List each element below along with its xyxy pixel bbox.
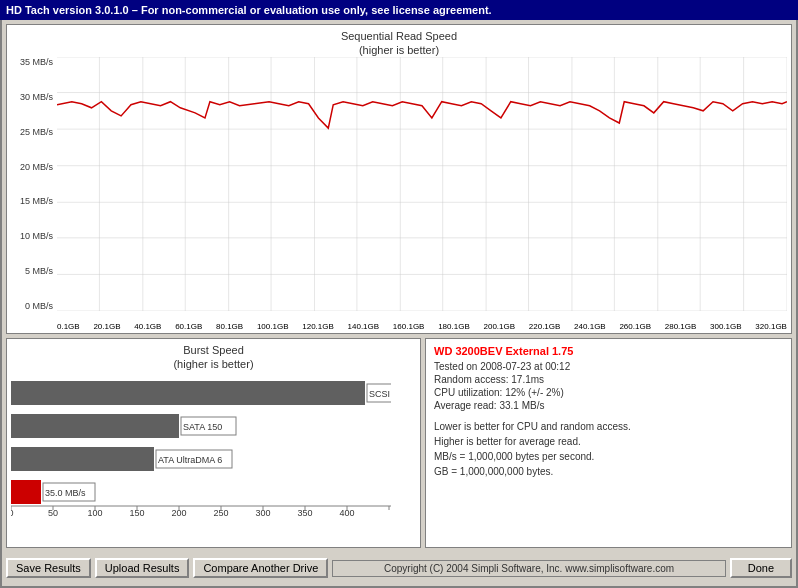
svg-text:350: 350 [297, 508, 312, 516]
burst-chart-title: Burst Speed (higher is better) [11, 343, 416, 372]
info-line-3: CPU utilization: 12% (+/- 2%) [434, 387, 783, 398]
footer: Save Results Upload Results Compare Anot… [2, 550, 796, 586]
svg-text:ATA UltraDMA 6: ATA UltraDMA 6 [158, 455, 222, 465]
svg-text:SATA 150: SATA 150 [183, 422, 222, 432]
svg-text:400: 400 [339, 508, 354, 516]
svg-text:SCSI Ultra320: SCSI Ultra320 [369, 389, 391, 399]
svg-text:35.0 MB/s: 35.0 MB/s [45, 488, 86, 498]
copyright-text: Copyright (C) 2004 Simpli Software, Inc.… [332, 560, 725, 577]
svg-rect-28 [11, 414, 179, 438]
burst-chart-svg: SCSI Ultra320 SATA 150 ATA UltraDMA 6 35… [11, 376, 391, 516]
svg-text:150: 150 [129, 508, 144, 516]
svg-text:250: 250 [213, 508, 228, 516]
sequential-chart-container: Sequential Read Speed (higher is better)… [6, 24, 792, 334]
y-axis-labels: 35 MB/s 30 MB/s 25 MB/s 20 MB/s 15 MB/s … [9, 57, 55, 311]
svg-rect-31 [11, 447, 154, 471]
sequential-chart-svg [57, 57, 787, 311]
burst-chart-container: Burst Speed (higher is better) SCSI Ultr… [6, 338, 421, 548]
svg-text:300: 300 [255, 508, 270, 516]
info-notes: Lower is better for CPU and random acces… [434, 419, 783, 479]
save-results-button[interactable]: Save Results [6, 558, 91, 578]
sequential-chart-title: Sequential Read Speed (higher is better) [7, 25, 791, 58]
info-line-2: Random access: 17.1ms [434, 374, 783, 385]
info-line-4: Average read: 33.1 MB/s [434, 400, 783, 411]
info-title: WD 3200BEV External 1.75 [434, 345, 783, 357]
info-panel: WD 3200BEV External 1.75 Tested on 2008-… [425, 338, 792, 548]
title-bar: HD Tach version 3.0.1.0 – For non-commer… [0, 0, 798, 20]
main-container: Sequential Read Speed (higher is better)… [0, 20, 798, 588]
x-axis-labels: 0.1GB 20.1GB 40.1GB 60.1GB 80.1GB 100.1G… [57, 322, 787, 331]
svg-text:100: 100 [87, 508, 102, 516]
svg-text:0: 0 [11, 508, 14, 516]
bottom-section: Burst Speed (higher is better) SCSI Ultr… [6, 338, 792, 548]
info-line-1: Tested on 2008-07-23 at 00:12 [434, 361, 783, 372]
svg-rect-25 [11, 381, 365, 405]
upload-results-button[interactable]: Upload Results [95, 558, 190, 578]
svg-text:50: 50 [48, 508, 58, 516]
svg-text:200: 200 [171, 508, 186, 516]
svg-rect-34 [11, 480, 41, 504]
done-button[interactable]: Done [730, 558, 792, 578]
compare-another-drive-button[interactable]: Compare Another Drive [193, 558, 328, 578]
title-text: HD Tach version 3.0.1.0 – For non-commer… [6, 4, 492, 16]
